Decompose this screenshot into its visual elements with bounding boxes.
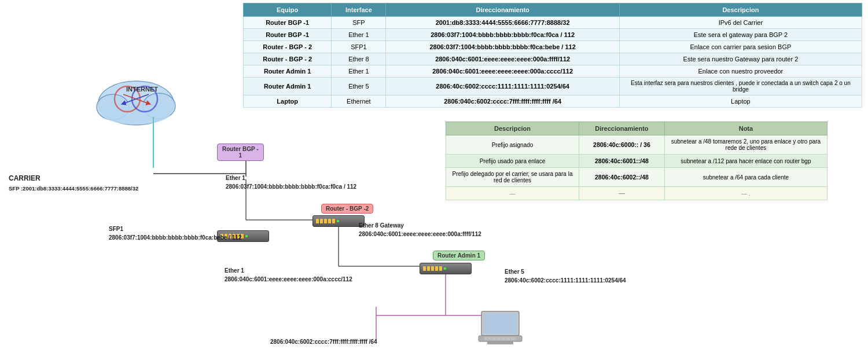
internet-label: INTERNET <box>126 86 158 93</box>
cell-direccionamiento: 2806:040c:6001:eeee:eeee:eeee:000a:ffff/… <box>386 53 619 65</box>
lower-table-row: Prefijo delegado por el carrier, se usar… <box>446 168 827 187</box>
lower-cell-dir: — <box>579 187 665 200</box>
cell-direccionamiento: 2806:040c:6001:eeee:eeee:eeee:000a:cccc/… <box>386 65 619 78</box>
router-admin1-device <box>420 263 472 274</box>
svg-rect-22 <box>484 337 516 340</box>
cell-descripcion: Este sera el gateway para BGP 2 <box>619 29 862 41</box>
lower-table-section: Descripcion Direccionamiento Nota Prefij… <box>446 122 827 200</box>
svg-rect-19 <box>483 313 517 334</box>
svg-line-6 <box>123 94 149 104</box>
table-row: Router - BGP - 2 SFP1 2806:03f7:1004:bbb… <box>244 41 862 53</box>
lower-table: Descripcion Direccionamiento Nota Prefij… <box>446 122 827 200</box>
lower-cell-nota: — . <box>664 187 827 200</box>
cell-descripcion: IPv6 del Carrier <box>619 17 862 29</box>
lower-cell-dir: 2806:40c:6001::/48 <box>579 155 665 168</box>
cell-descripcion: Enlace con carrier para sesion BGP <box>619 41 862 53</box>
cell-interface: Ether 1 <box>332 65 386 78</box>
lower-table-row: Prefijo asignado 2806:40c:6000:: / 36 su… <box>446 135 827 155</box>
svg-line-7 <box>123 94 149 104</box>
laptop-addr-label: 2806:040c:6002:cccc:7fff:ffff:ffff:ffff … <box>270 339 377 345</box>
lower-cell-desc: — <box>446 187 579 200</box>
cell-interface: SFP1 <box>332 41 386 53</box>
col-header-interface: Interface <box>332 3 386 17</box>
cell-equipo: Router Admin 1 <box>244 65 332 78</box>
lower-cell-desc: Prefijo delegado por el carrier, se usar… <box>446 168 579 187</box>
main-table-section: Equipo Interface Direccionamiento Descri… <box>243 3 862 108</box>
svg-rect-21 <box>487 341 513 344</box>
cell-equipo: Router BGP -1 <box>244 29 332 41</box>
cell-interface: Ether 1 <box>332 29 386 41</box>
router-bgp2-device <box>312 215 365 227</box>
table-row: Laptop Ethernet 2806:040c:6002:cccc:7fff… <box>244 95 862 108</box>
cell-descripcion: Esta interfaz sera para nuestros cliente… <box>619 78 862 95</box>
carrier-label: CARRIER SFP :2001:db8:3333:4444:5555:666… <box>9 174 138 193</box>
cell-descripcion: Enlace con nuestro proveedor <box>619 65 862 78</box>
lower-cell-nota: subnetear a /48 tomaremos 2, uno para en… <box>664 135 827 155</box>
lower-cell-desc: Prefijo asignado <box>446 135 579 155</box>
cell-equipo: Router BGP -1 <box>244 17 332 29</box>
col-header-direccionamiento: Direccionamiento <box>386 3 619 17</box>
ether8-label: Ether 8 Gateway 2806:040c:6001:eeee:eeee… <box>359 221 481 238</box>
svg-point-1 <box>97 94 129 120</box>
cell-direccionamiento: 2001:db8:3333:4444:5555:6666:7777:8888/3… <box>386 17 619 29</box>
svg-point-3 <box>101 101 171 124</box>
cell-descripcion: Laptop <box>619 95 862 108</box>
lower-cell-nota: subnetear a /112 para hacer enlace con r… <box>664 155 827 168</box>
cell-direccionamiento: 2806:03f7:1004:bbbb:bbbb:bbbb:f0ca:f0ca … <box>386 29 619 41</box>
cell-equipo: Router - BGP - 2 <box>244 53 332 65</box>
lower-col-dir: Direccionamiento <box>579 122 665 135</box>
col-header-descripcion: Descripcion <box>619 3 862 17</box>
table-row: Router Admin 1 Ether 1 2806:040c:6001:ee… <box>244 65 862 78</box>
main-table: Equipo Interface Direccionamiento Descri… <box>243 3 862 108</box>
lower-col-nota: Nota <box>664 122 827 135</box>
lower-col-desc: Descripcion <box>446 122 579 135</box>
sfp1-bgp2-label: SFP1 2806:03f7:1004:bbbb:bbbb:bbbb:f0ca:… <box>109 225 242 242</box>
table-row: Router BGP -1 SFP 2001:db8:3333:4444:555… <box>244 17 862 29</box>
laptop-icon <box>476 308 528 351</box>
ether5-label: Ether 5 2806:40c:6002:cccc:1111:1111:111… <box>505 267 626 285</box>
cell-interface: Ethernet <box>332 95 386 108</box>
cell-equipo: Router - BGP - 2 <box>244 41 332 53</box>
lower-cell-dir: 2806:40c:6000:: / 36 <box>579 135 665 155</box>
cell-interface: SFP <box>332 17 386 29</box>
cell-interface: Ether 8 <box>332 53 386 65</box>
cell-equipo: Router Admin 1 <box>244 78 332 95</box>
cell-interface: Ether 5 <box>332 78 386 95</box>
lower-cell-nota: subnetear a /64 para cada cliente <box>664 168 827 187</box>
lower-table-row: Prefijo usado para enlace 2806:40c:6001:… <box>446 155 827 168</box>
col-header-equipo: Equipo <box>244 3 332 17</box>
cell-equipo: Laptop <box>244 95 332 108</box>
cell-direccionamiento: 2806:03f7:1004:bbbb:bbbb:bbbb:f0ca:bebe … <box>386 41 619 53</box>
carrier-text: CARRIER <box>9 174 41 182</box>
router-bgp1-label: Router BGP -1 <box>217 144 264 161</box>
router-bgp2-label: Router - BGP -2 <box>321 204 373 214</box>
ether1-bgp1-label: Ether 1 2806:03f7:1004:bbbb:bbbb:bbbb:f0… <box>226 174 356 191</box>
table-row: Router - BGP - 2 Ether 8 2806:040c:6001:… <box>244 53 862 65</box>
svg-point-2 <box>143 93 175 119</box>
lower-table-row: — — — . <box>446 187 827 200</box>
table-row: Router BGP -1 Ether 1 2806:03f7:1004:bbb… <box>244 29 862 41</box>
cell-direccionamiento: 2806:040c:6002:cccc:7fff:ffff:ffff:ffff … <box>386 95 619 108</box>
lower-cell-desc: Prefijo usado para enlace <box>446 155 579 168</box>
router-admin1-label: Router Admin 1 <box>433 251 485 260</box>
cell-descripcion: Este sera nuestro Gateway para router 2 <box>619 53 862 65</box>
carrier-sfp-addr: SFP :2001:db8:3333:4444:5555:6666:7777:8… <box>9 185 138 192</box>
cell-direccionamiento: 2806:40c:6002:cccc:1111:1111:1111:0254/6… <box>386 78 619 95</box>
lower-cell-dir: 2806:40c:6002::/48 <box>579 168 665 187</box>
ether1-admin1-label: Ether 1 2806:040c:6001:eeee:eeee:eeee:00… <box>225 266 352 284</box>
table-row: Router Admin 1 Ether 5 2806:40c:6002:ccc… <box>244 78 862 95</box>
